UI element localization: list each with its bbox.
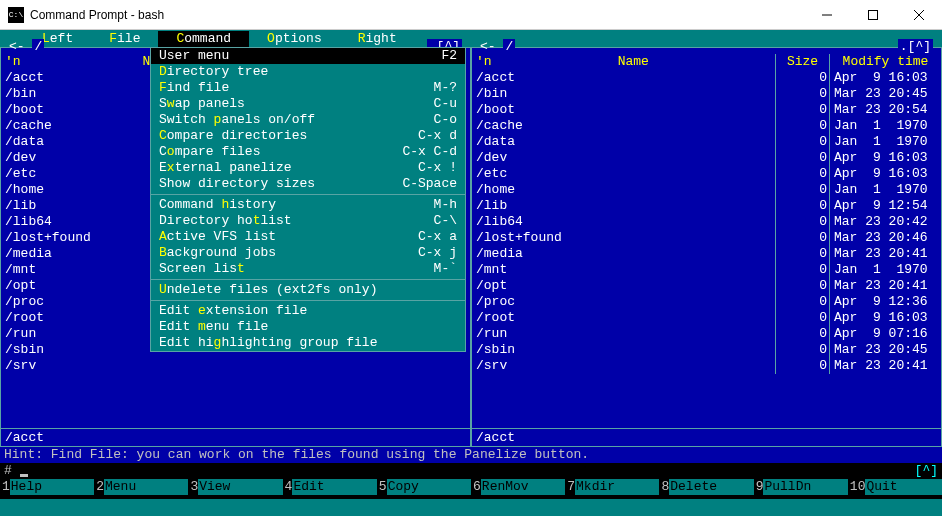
right-panel[interactable]: <- / .[^] Name Size Modify time /acct0Ap… xyxy=(471,47,942,447)
file-mtime: Jan 1 1970 xyxy=(829,262,937,278)
prompt-text: # xyxy=(4,463,20,478)
menu-item-shortcut: C-\ xyxy=(434,213,457,229)
file-mtime: Mar 23 20:45 xyxy=(829,342,937,358)
file-size: 0 xyxy=(775,342,829,358)
fkey-copy[interactable]: 5Copy xyxy=(377,479,471,495)
list-item[interactable]: /lib640Mar 23 20:42 xyxy=(476,214,937,230)
menu-item-edit-extension-file[interactable]: Edit extension file xyxy=(151,303,465,319)
close-button[interactable] xyxy=(896,0,942,30)
function-key-bar: 1Help2Menu3View4Edit5Copy6RenMov7Mkdir8D… xyxy=(0,479,942,495)
file-name: /media xyxy=(476,246,775,262)
list-item[interactable]: /mnt0Jan 1 1970 xyxy=(476,262,937,278)
menu-item-label: Screen list xyxy=(159,261,434,277)
file-size: 0 xyxy=(775,150,829,166)
minimize-button[interactable] xyxy=(804,0,850,30)
list-item[interactable]: /cache0Jan 1 1970 xyxy=(476,118,937,134)
fkey-quit[interactable]: 10Quit xyxy=(848,479,942,495)
file-name: /dev xyxy=(476,150,775,166)
fkey-pulldn[interactable]: 9PullDn xyxy=(754,479,848,495)
file-mtime: Apr 9 16:03 xyxy=(829,310,937,326)
list-item[interactable]: /dev0Apr 9 16:03 xyxy=(476,150,937,166)
menu-item-compare-files[interactable]: Compare filesC-x C-d xyxy=(151,144,465,160)
window-title: Command Prompt - bash xyxy=(30,8,804,22)
right-panel-path[interactable]: / xyxy=(503,39,515,54)
list-item[interactable]: /opt0Mar 23 20:41 xyxy=(476,278,937,294)
file-name: /boot xyxy=(476,102,775,118)
menu-item-shortcut: M-` xyxy=(434,261,457,277)
maximize-button[interactable] xyxy=(850,0,896,30)
menu-item-edit-menu-file[interactable]: Edit menu file xyxy=(151,319,465,335)
list-item[interactable]: /bin0Mar 23 20:45 xyxy=(476,86,937,102)
menu-item-user-menu[interactable]: User menuF2 xyxy=(151,48,465,64)
app-icon: C:\ xyxy=(8,7,24,23)
menu-item-undelete-files-ext2fs-only-[interactable]: Undelete files (ext2fs only) xyxy=(151,282,465,298)
menu-item-label: Find file xyxy=(159,80,434,96)
menu-item-switch-panels-on-off[interactable]: Switch panels on/offC-o xyxy=(151,112,465,128)
file-mtime: Mar 23 20:41 xyxy=(829,278,937,294)
fkey-number: 6 xyxy=(471,479,481,495)
fkey-label: Help xyxy=(10,479,94,495)
list-item[interactable]: /home0Jan 1 1970 xyxy=(476,182,937,198)
list-item[interactable]: /srv0Mar 23 20:41 xyxy=(476,358,937,374)
list-item[interactable]: /run0Apr 9 07:16 xyxy=(476,326,937,342)
fkey-edit[interactable]: 4Edit xyxy=(283,479,377,495)
menu-item-compare-directories[interactable]: Compare directoriesC-x d xyxy=(151,128,465,144)
left-panel-selected: /acct xyxy=(1,428,470,446)
fkey-menu[interactable]: 2Menu xyxy=(94,479,188,495)
fkey-number: 5 xyxy=(377,479,387,495)
list-item[interactable]: /media0Mar 23 20:41 xyxy=(476,246,937,262)
command-dropdown-menu[interactable]: User menuF2Directory treeFind fileM-?Swa… xyxy=(150,47,466,352)
menu-item-external-panelize[interactable]: External panelizeC-x ! xyxy=(151,160,465,176)
menu-item-screen-list[interactable]: Screen listM-` xyxy=(151,261,465,277)
menu-item-swap-panels[interactable]: Swap panelsC-u xyxy=(151,96,465,112)
list-item[interactable]: /root0Apr 9 16:03 xyxy=(476,310,937,326)
list-item[interactable]: /srv xyxy=(5,358,466,374)
shell-prompt[interactable]: # [^] xyxy=(0,463,942,479)
menu-item-find-file[interactable]: Find fileM-? xyxy=(151,80,465,96)
fkey-delete[interactable]: 8Delete xyxy=(659,479,753,495)
menu-item-shortcut: C-x j xyxy=(418,245,457,261)
left-panel-path-wrap: <- / xyxy=(9,39,44,55)
fkey-view[interactable]: 3View xyxy=(188,479,282,495)
file-mtime: Apr 9 16:03 xyxy=(829,150,937,166)
file-size: 0 xyxy=(775,134,829,150)
list-item[interactable]: /acct0Apr 9 16:03 xyxy=(476,70,937,86)
menu-item-show-directory-sizes[interactable]: Show directory sizesC-Space xyxy=(151,176,465,192)
menu-item-background-jobs[interactable]: Background jobsC-x j xyxy=(151,245,465,261)
right-panel-indicators[interactable]: .[^] xyxy=(898,39,933,55)
menu-separator xyxy=(151,300,465,301)
menu-item-label: Active VFS list xyxy=(159,229,418,245)
file-mtime: Mar 23 20:45 xyxy=(829,86,937,102)
list-item[interactable]: /data0Jan 1 1970 xyxy=(476,134,937,150)
list-item[interactable]: /etc0Apr 9 16:03 xyxy=(476,166,937,182)
terminal-area: LeftFileCommandOptionsRight <- / .[^] N … xyxy=(0,30,942,516)
svg-rect-1 xyxy=(869,10,878,19)
fkey-label: Quit xyxy=(865,479,942,495)
fkey-renmov[interactable]: 6RenMov xyxy=(471,479,565,495)
fkey-help[interactable]: 1Help xyxy=(0,479,94,495)
file-mtime: Mar 23 20:54 xyxy=(829,102,937,118)
list-item[interactable]: /proc0Apr 9 12:36 xyxy=(476,294,937,310)
right-file-list[interactable]: /acct0Apr 9 16:03/bin0Mar 23 20:45/boot0… xyxy=(472,70,941,428)
right-col-mtime-header: Modify time xyxy=(829,54,937,70)
file-size: 0 xyxy=(775,358,829,374)
menu-item-shortcut: C-Space xyxy=(402,176,457,192)
file-size: 0 xyxy=(775,102,829,118)
menu-item-label: Swap panels xyxy=(159,96,434,112)
list-item[interactable]: /boot0Mar 23 20:54 xyxy=(476,102,937,118)
fkey-mkdir[interactable]: 7Mkdir xyxy=(565,479,659,495)
menu-item-directory-tree[interactable]: Directory tree xyxy=(151,64,465,80)
left-panel-path[interactable]: / xyxy=(32,39,44,54)
file-name: /lost+found xyxy=(476,230,775,246)
menu-item-edit-highlighting-group-file[interactable]: Edit highlighting group file xyxy=(151,335,465,351)
list-item[interactable]: /sbin0Mar 23 20:45 xyxy=(476,342,937,358)
menu-item-directory-hotlist[interactable]: Directory hotlistC-\ xyxy=(151,213,465,229)
hint-bar: Hint: Find File: you can work on the fil… xyxy=(0,447,942,463)
list-item[interactable]: /lib0Apr 9 12:54 xyxy=(476,198,937,214)
menu-item-command-history[interactable]: Command historyM-h xyxy=(151,197,465,213)
file-mtime: Mar 23 20:41 xyxy=(829,246,937,262)
menu-item-active-vfs-list[interactable]: Active VFS listC-x a xyxy=(151,229,465,245)
file-mtime: Apr 9 07:16 xyxy=(829,326,937,342)
menu-item-shortcut: M-h xyxy=(434,197,457,213)
list-item[interactable]: /lost+found0Mar 23 20:46 xyxy=(476,230,937,246)
